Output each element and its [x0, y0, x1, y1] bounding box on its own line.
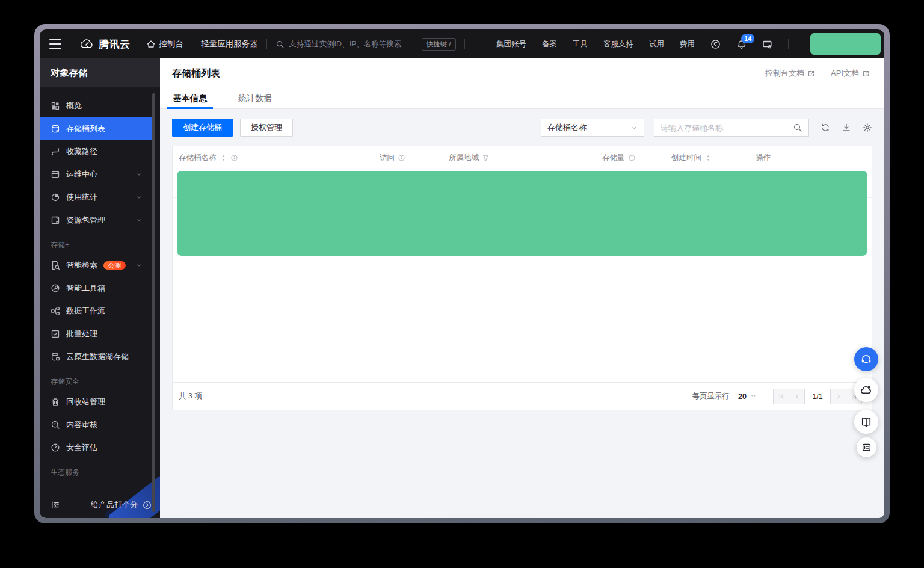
per-page-select[interactable]: 20: [738, 392, 757, 401]
doc-link-0[interactable]: 控制台文档: [765, 68, 815, 79]
sidebar-item[interactable]: 存储桶列表: [40, 117, 152, 140]
sidebar-item[interactable]: 收藏路径: [40, 140, 152, 163]
notification-count-badge: 14: [741, 34, 754, 44]
nav-separator: [464, 39, 465, 49]
notifications-button[interactable]: 14: [736, 39, 747, 49]
column-label: 操作: [756, 153, 771, 163]
sidebar-item[interactable]: 运维中心: [40, 163, 152, 186]
grid-icon: [51, 101, 60, 111]
sidebar-item-label: 智能检索: [66, 260, 97, 271]
rate-product-link[interactable]: 给产品打个分: [91, 499, 138, 510]
sidebar-item[interactable]: 概览: [40, 94, 152, 117]
page-prev-button[interactable]: [789, 389, 805, 404]
sidebar-product-title: 对象存储: [40, 58, 160, 87]
sidebar-item[interactable]: 使用统计: [40, 186, 152, 209]
tab-0[interactable]: 基本信息: [172, 88, 208, 108]
sidebar-section-label: 生态服务: [51, 468, 160, 478]
float-documentation-button[interactable]: [854, 410, 878, 434]
sidebar-item[interactable]: 批量处理: [40, 323, 152, 345]
external-link-icon: [862, 70, 870, 78]
sidebar-item[interactable]: 数据工作流: [40, 300, 152, 323]
sidebar-item-label: 批量处理: [66, 329, 97, 339]
per-page-value: 20: [738, 392, 747, 401]
page-prev-icon: [793, 393, 801, 400]
column-header: 存储量: [602, 153, 671, 163]
tencent-cloud-logo[interactable]: 腾讯云: [79, 36, 131, 52]
download-icon[interactable]: [842, 123, 851, 132]
nav-separator: [788, 39, 789, 49]
console-settings-button[interactable]: [762, 39, 772, 49]
activity-icon-button[interactable]: [710, 39, 721, 49]
create-bucket-button[interactable]: 创建存储桶: [172, 119, 233, 137]
collapse-sidebar-icon[interactable]: [51, 500, 60, 510]
global-search[interactable]: 快捷键 /: [276, 38, 456, 51]
nav-menu-items: 集团账号备案工具客服支持试用费用: [496, 39, 695, 49]
datalake-icon: [51, 352, 60, 362]
filter-icon[interactable]: [482, 154, 490, 162]
external-link-icon: [807, 70, 815, 78]
column-header: 所属地域: [449, 153, 602, 163]
nav-separator: [266, 39, 267, 49]
sidebar-item[interactable]: 云原生数据湖存储: [40, 345, 152, 368]
sidebar-item[interactable]: 内容审核: [40, 413, 152, 436]
refresh-icon[interactable]: [821, 123, 830, 132]
float-support-button[interactable]: [854, 347, 878, 371]
sidebar-item-label: 数据工作流: [66, 306, 105, 316]
float-feedback-button[interactable]: [857, 437, 876, 457]
global-search-input[interactable]: [289, 40, 417, 48]
calendar-icon: [51, 170, 60, 179]
search-icon[interactable]: [793, 123, 802, 132]
info-icon[interactable]: [398, 154, 405, 162]
sidebar-scrollbar[interactable]: [152, 93, 155, 512]
column-settings-gear-icon[interactable]: [863, 123, 872, 132]
toolbar: 创建存储桶 授权管理 存储桶名称: [172, 119, 872, 137]
column-label: 存储量: [602, 153, 625, 163]
sidebar-item[interactable]: 回收站管理: [40, 390, 152, 413]
product-tab-lighthouse[interactable]: 轻量应用服务器: [201, 39, 258, 49]
doc-link-label: API文档: [831, 68, 859, 79]
column-label: 所属地域: [449, 153, 479, 163]
sort-icon[interactable]: [704, 154, 712, 162]
sidebar-item[interactable]: 资源包管理: [40, 209, 152, 232]
pager: 1/1: [774, 389, 862, 404]
page-next-button[interactable]: [830, 389, 846, 404]
sort-icon[interactable]: [220, 154, 227, 162]
nav-item-3[interactable]: 客服支持: [603, 39, 633, 49]
page-first-button[interactable]: [773, 389, 789, 404]
nav-item-2[interactable]: 工具: [573, 39, 588, 49]
bucket-search-input[interactable]: [661, 123, 793, 132]
tab-1[interactable]: 统计数据: [237, 88, 273, 108]
nav-item-5[interactable]: 费用: [680, 39, 695, 49]
sidebar-item[interactable]: 智能检索公测: [40, 254, 152, 277]
float-cloud-assistant-button[interactable]: [854, 378, 878, 402]
console-label: 控制台: [159, 39, 184, 49]
filter-select-value: 存储桶名称: [547, 122, 587, 133]
nav-item-1[interactable]: 备案: [542, 39, 557, 49]
shortcut-key-badge: 快捷键 /: [422, 38, 456, 51]
headset-icon: [860, 353, 872, 365]
pagination-controls: 每页显示行 20 1/1: [692, 389, 862, 404]
chevron-down-icon: [136, 262, 142, 268]
filter-field-select[interactable]: 存储桶名称: [541, 119, 644, 137]
page-indicator: 1/1: [804, 389, 831, 404]
route-icon: [51, 147, 60, 156]
nav-separator: [70, 39, 70, 49]
beta-badge: 公测: [103, 261, 126, 270]
sidebar-item-label: 智能工具箱: [66, 283, 105, 294]
info-icon[interactable]: [628, 154, 636, 162]
sidebar-item[interactable]: 智能工具箱: [40, 277, 152, 300]
auth-management-button[interactable]: 授权管理: [240, 119, 293, 137]
doc-link-1[interactable]: API文档: [831, 68, 870, 79]
nav-item-0[interactable]: 集团账号: [496, 39, 526, 49]
rate-arrow-icon[interactable]: [143, 501, 152, 510]
bucket-search-box[interactable]: [654, 119, 809, 137]
account-avatar-masked[interactable]: [810, 33, 881, 55]
trash-icon: [51, 397, 60, 407]
hamburger-menu-icon[interactable]: [49, 39, 61, 49]
column-label: 存储桶名称: [179, 153, 217, 163]
per-page-label: 每页显示行: [692, 391, 730, 401]
info-icon[interactable]: [230, 154, 238, 162]
nav-item-4[interactable]: 试用: [649, 39, 664, 49]
console-link[interactable]: 控制台: [146, 39, 184, 49]
sidebar-item[interactable]: 安全评估: [40, 436, 152, 459]
